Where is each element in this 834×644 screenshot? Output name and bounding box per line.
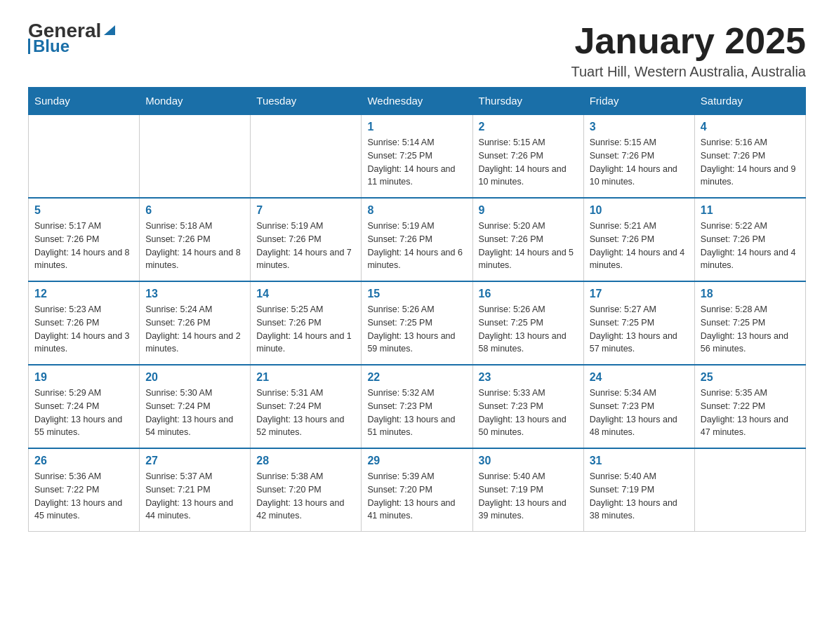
calendar-cell: 29Sunrise: 5:39 AM Sunset: 7:20 PM Dayli… [362, 448, 472, 532]
day-number: 3 [590, 121, 689, 133]
day-info: Sunrise: 5:36 AM Sunset: 7:22 PM Dayligh… [34, 470, 133, 523]
day-info: Sunrise: 5:19 AM Sunset: 7:26 PM Dayligh… [256, 220, 355, 272]
day-number: 16 [479, 288, 578, 300]
calendar-cell: 26Sunrise: 5:36 AM Sunset: 7:22 PM Dayli… [29, 448, 140, 532]
day-info: Sunrise: 5:25 AM Sunset: 7:26 PM Dayligh… [256, 303, 355, 356]
week-row-4: 19Sunrise: 5:29 AM Sunset: 7:24 PM Dayli… [29, 365, 806, 448]
calendar-cell: 1Sunrise: 5:14 AM Sunset: 7:25 PM Daylig… [362, 114, 472, 198]
day-number: 24 [590, 371, 689, 384]
calendar-cell [694, 448, 805, 532]
day-info: Sunrise: 5:31 AM Sunset: 7:24 PM Dayligh… [256, 387, 355, 439]
logo-triangle-icon [102, 22, 117, 36]
calendar-cell: 22Sunrise: 5:32 AM Sunset: 7:23 PM Dayli… [362, 365, 472, 448]
day-number: 29 [367, 455, 466, 467]
calendar-cell: 28Sunrise: 5:38 AM Sunset: 7:20 PM Dayli… [251, 448, 362, 532]
calendar-cell: 20Sunrise: 5:30 AM Sunset: 7:24 PM Dayli… [140, 365, 251, 448]
day-info: Sunrise: 5:22 AM Sunset: 7:26 PM Dayligh… [701, 220, 800, 272]
calendar-table: SundayMondayTuesdayWednesdayThursdayFrid… [28, 87, 806, 532]
header-day-thursday: Thursday [472, 88, 583, 115]
calendar-cell [29, 114, 140, 198]
day-info: Sunrise: 5:27 AM Sunset: 7:25 PM Dayligh… [590, 303, 689, 356]
calendar-body: 1Sunrise: 5:14 AM Sunset: 7:25 PM Daylig… [29, 114, 806, 532]
day-info: Sunrise: 5:33 AM Sunset: 7:23 PM Dayligh… [479, 387, 578, 439]
day-info: Sunrise: 5:38 AM Sunset: 7:20 PM Dayligh… [256, 470, 355, 523]
day-info: Sunrise: 5:26 AM Sunset: 7:25 PM Dayligh… [367, 303, 466, 356]
day-number: 9 [479, 204, 578, 217]
day-number: 10 [590, 204, 689, 217]
day-info: Sunrise: 5:19 AM Sunset: 7:26 PM Dayligh… [367, 220, 466, 272]
day-number: 6 [145, 204, 244, 217]
day-number: 1 [367, 121, 466, 133]
page-header: General Blue January 2025 Tuart Hill, We… [28, 21, 806, 80]
day-info: Sunrise: 5:35 AM Sunset: 7:22 PM Dayligh… [701, 387, 800, 439]
day-number: 30 [479, 455, 578, 467]
calendar-cell: 19Sunrise: 5:29 AM Sunset: 7:24 PM Dayli… [29, 365, 140, 448]
week-row-3: 12Sunrise: 5:23 AM Sunset: 7:26 PM Dayli… [29, 281, 806, 365]
day-info: Sunrise: 5:26 AM Sunset: 7:25 PM Dayligh… [479, 303, 578, 356]
calendar-cell: 31Sunrise: 5:40 AM Sunset: 7:19 PM Dayli… [583, 448, 694, 532]
calendar-cell: 27Sunrise: 5:37 AM Sunset: 7:21 PM Dayli… [140, 448, 251, 532]
day-info: Sunrise: 5:23 AM Sunset: 7:26 PM Dayligh… [34, 303, 133, 356]
header-day-saturday: Saturday [694, 88, 805, 115]
day-number: 28 [256, 455, 355, 467]
day-number: 21 [256, 371, 355, 384]
header-row: SundayMondayTuesdayWednesdayThursdayFrid… [29, 88, 806, 115]
calendar-cell: 15Sunrise: 5:26 AM Sunset: 7:25 PM Dayli… [362, 281, 472, 365]
calendar-cell: 17Sunrise: 5:27 AM Sunset: 7:25 PM Dayli… [583, 281, 694, 365]
week-row-1: 1Sunrise: 5:14 AM Sunset: 7:25 PM Daylig… [29, 114, 806, 198]
day-info: Sunrise: 5:34 AM Sunset: 7:23 PM Dayligh… [590, 387, 689, 439]
calendar-cell: 10Sunrise: 5:21 AM Sunset: 7:26 PM Dayli… [583, 198, 694, 281]
day-info: Sunrise: 5:17 AM Sunset: 7:26 PM Dayligh… [34, 220, 133, 272]
day-number: 18 [701, 288, 800, 300]
day-number: 13 [145, 288, 244, 300]
calendar-cell: 7Sunrise: 5:19 AM Sunset: 7:26 PM Daylig… [251, 198, 362, 281]
day-number: 17 [590, 288, 689, 300]
day-number: 25 [701, 371, 800, 384]
day-number: 31 [590, 455, 689, 467]
calendar-cell: 25Sunrise: 5:35 AM Sunset: 7:22 PM Dayli… [694, 365, 805, 448]
day-info: Sunrise: 5:40 AM Sunset: 7:19 PM Dayligh… [479, 470, 578, 523]
title-section: January 2025 Tuart Hill, Western Austral… [571, 21, 806, 80]
header-day-monday: Monday [140, 88, 251, 115]
day-number: 26 [34, 455, 133, 467]
calendar-cell: 18Sunrise: 5:28 AM Sunset: 7:25 PM Dayli… [694, 281, 805, 365]
day-number: 27 [145, 455, 244, 467]
calendar-cell: 5Sunrise: 5:17 AM Sunset: 7:26 PM Daylig… [29, 198, 140, 281]
day-number: 11 [701, 204, 800, 217]
day-number: 4 [701, 121, 800, 133]
day-number: 20 [145, 371, 244, 384]
day-number: 23 [479, 371, 578, 384]
day-info: Sunrise: 5:40 AM Sunset: 7:19 PM Dayligh… [590, 470, 689, 523]
logo: General Blue [28, 21, 117, 55]
day-number: 19 [34, 371, 133, 384]
svg-marker-0 [104, 25, 115, 35]
header-day-sunday: Sunday [29, 88, 140, 115]
day-number: 22 [367, 371, 466, 384]
logo-blue: Blue [33, 38, 70, 55]
day-info: Sunrise: 5:16 AM Sunset: 7:26 PM Dayligh… [701, 136, 800, 189]
day-info: Sunrise: 5:39 AM Sunset: 7:20 PM Dayligh… [367, 470, 466, 523]
week-row-2: 5Sunrise: 5:17 AM Sunset: 7:26 PM Daylig… [29, 198, 806, 281]
calendar-cell: 24Sunrise: 5:34 AM Sunset: 7:23 PM Dayli… [583, 365, 694, 448]
calendar-cell: 3Sunrise: 5:15 AM Sunset: 7:26 PM Daylig… [583, 114, 694, 198]
calendar-cell: 13Sunrise: 5:24 AM Sunset: 7:26 PM Dayli… [140, 281, 251, 365]
day-number: 7 [256, 204, 355, 217]
day-number: 5 [34, 204, 133, 217]
week-row-5: 26Sunrise: 5:36 AM Sunset: 7:22 PM Dayli… [29, 448, 806, 532]
day-info: Sunrise: 5:32 AM Sunset: 7:23 PM Dayligh… [367, 387, 466, 439]
day-info: Sunrise: 5:30 AM Sunset: 7:24 PM Dayligh… [145, 387, 244, 439]
day-info: Sunrise: 5:15 AM Sunset: 7:26 PM Dayligh… [590, 136, 689, 189]
day-info: Sunrise: 5:14 AM Sunset: 7:25 PM Dayligh… [367, 136, 466, 189]
header-day-friday: Friday [583, 88, 694, 115]
day-info: Sunrise: 5:24 AM Sunset: 7:26 PM Dayligh… [145, 303, 244, 356]
calendar-cell: 8Sunrise: 5:19 AM Sunset: 7:26 PM Daylig… [362, 198, 472, 281]
calendar-cell [251, 114, 362, 198]
calendar-cell: 12Sunrise: 5:23 AM Sunset: 7:26 PM Dayli… [29, 281, 140, 365]
calendar-cell: 9Sunrise: 5:20 AM Sunset: 7:26 PM Daylig… [472, 198, 583, 281]
calendar-cell: 16Sunrise: 5:26 AM Sunset: 7:25 PM Dayli… [472, 281, 583, 365]
calendar-cell: 4Sunrise: 5:16 AM Sunset: 7:26 PM Daylig… [694, 114, 805, 198]
day-info: Sunrise: 5:20 AM Sunset: 7:26 PM Dayligh… [479, 220, 578, 272]
day-number: 14 [256, 288, 355, 300]
day-info: Sunrise: 5:18 AM Sunset: 7:26 PM Dayligh… [145, 220, 244, 272]
day-info: Sunrise: 5:37 AM Sunset: 7:21 PM Dayligh… [145, 470, 244, 523]
